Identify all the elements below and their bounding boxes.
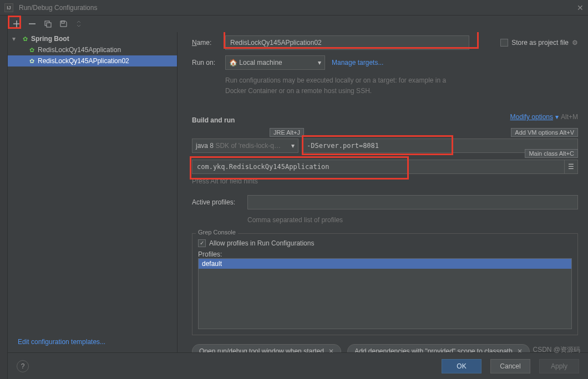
gear-icon[interactable]: ⚙ — [572, 39, 578, 47]
run-on-value: Local machine — [239, 59, 282, 66]
main-class-input[interactable] — [192, 160, 565, 174]
manage-targets-link[interactable]: Manage targets... — [332, 59, 383, 66]
spring-icon: ✿ — [28, 57, 36, 65]
apply-button[interactable]: Apply — [539, 359, 579, 373]
vm-hint: Add VM options Alt+V — [511, 128, 578, 137]
press-alt-hint: Press Alt for field hints — [192, 176, 578, 187]
config-tree: ▾ ✿ Spring Boot ✿ RedisLockQy145Applicat… — [8, 32, 178, 352]
copy-button[interactable] — [42, 18, 53, 29]
chevron-down-icon: ▾ — [12, 35, 19, 43]
spring-icon: ✿ — [28, 46, 36, 54]
add-button[interactable] — [11, 18, 22, 29]
grep-console-fieldset: Grep Console ✓ Allow profiles in Run Con… — [192, 233, 578, 335]
run-on-label: Run on: — [192, 59, 225, 66]
active-profiles-label: Active profiles: — [192, 198, 247, 206]
tree-item-app2[interactable]: ✿ RedisLockQy145APplication02 — [8, 55, 177, 66]
name-label: Name: — [192, 39, 225, 47]
pill-label: Open run/debug tool window when started — [199, 347, 324, 352]
close-icon[interactable]: ✕ — [577, 3, 584, 12]
open-tool-pill[interactable]: Open run/debug tool window when started … — [192, 344, 341, 352]
app-logo: IJ — [4, 3, 13, 12]
move-up-down-button — [73, 18, 84, 29]
tree-item-app1[interactable]: ✿ RedisLockQy145Application — [8, 44, 177, 55]
tree-item-label: RedisLockQy145Application — [38, 46, 121, 54]
active-profiles-input[interactable] — [247, 195, 578, 209]
close-icon[interactable]: ✕ — [328, 347, 334, 352]
profile-option-default[interactable]: default — [199, 259, 571, 269]
tree-root-label: Spring Boot — [31, 35, 69, 43]
edit-templates-link[interactable]: Edit configuration templates... — [18, 338, 105, 346]
tree-item-label: RedisLockQy145APplication02 — [38, 57, 129, 65]
chevron-down-icon: ▾ — [291, 142, 295, 150]
jre-hint: JRE Alt+J — [270, 128, 304, 137]
config-panel: Name: Store as project file ⚙ Run on: 🏠 … — [178, 32, 588, 352]
svg-rect-2 — [62, 21, 64, 23]
svg-rect-1 — [47, 23, 51, 27]
remove-button[interactable] — [27, 18, 38, 29]
name-input[interactable] — [225, 35, 469, 50]
window-title: Run/Debug Configurations — [19, 4, 97, 12]
list-icon[interactable]: ☰ — [565, 160, 578, 174]
sdk-label: java 8 — [196, 142, 214, 150]
pill-label: Add dependencies with "provided" scope t… — [354, 347, 513, 352]
profiles-label: Profiles: — [198, 250, 572, 258]
close-icon[interactable]: ✕ — [517, 347, 523, 352]
footer: ? OK Cancel Apply — [8, 352, 588, 379]
run-on-dropdown[interactable]: 🏠 Local machine ▾ — [225, 55, 325, 70]
modify-key: Alt+M — [561, 112, 578, 122]
build-run-title: Build and run — [192, 116, 235, 124]
allow-profiles-checkbox[interactable]: ✓ — [198, 239, 206, 247]
allow-profiles-label: Allow profiles in Run Configurations — [209, 239, 314, 247]
save-template-button[interactable] — [58, 18, 69, 29]
chevron-down-icon: ▾ — [318, 59, 321, 66]
profiles-listbox[interactable]: default — [198, 258, 572, 329]
tree-root-spring-boot[interactable]: ▾ ✿ Spring Boot — [8, 33, 177, 44]
sdk-detail: SDK of 'redis-lock-q… — [215, 142, 281, 150]
gutter — [0, 16, 8, 379]
modify-options-link[interactable]: Modify options — [510, 113, 553, 121]
run-on-hint: Run configurations may be executed local… — [225, 75, 458, 96]
main-class-hint: Main class Alt+C — [525, 149, 578, 158]
cancel-button[interactable]: Cancel — [490, 359, 530, 373]
toolbar — [8, 16, 588, 32]
store-checkbox[interactable] — [500, 39, 508, 47]
active-profiles-hint: Comma separated list of profiles — [247, 215, 578, 226]
sdk-dropdown[interactable]: java 8 SDK of 'redis-lock-q… ▾ — [192, 139, 298, 153]
chevron-down-icon: ▾ — [555, 113, 559, 121]
grep-legend: Grep Console — [196, 229, 238, 235]
ok-button[interactable]: OK — [442, 359, 481, 373]
titlebar: IJ Run/Debug Configurations ✕ — [0, 0, 588, 16]
store-label: Store as project file — [511, 39, 569, 47]
help-button[interactable]: ? — [17, 360, 29, 372]
spring-icon: ✿ — [21, 35, 29, 43]
deps-pill[interactable]: Add dependencies with "provided" scope t… — [347, 344, 530, 352]
